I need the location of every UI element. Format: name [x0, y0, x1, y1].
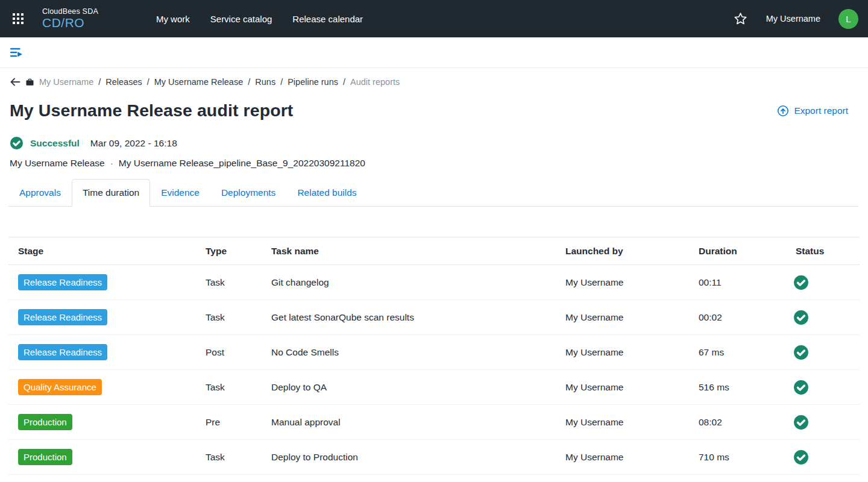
launched-by: My Username [556, 277, 689, 288]
task-name: Deploy to Production [262, 452, 556, 463]
task-name: Git changelog [262, 277, 556, 288]
star-icon[interactable] [733, 11, 748, 27]
export-icon [777, 105, 789, 117]
status-success-icon [786, 345, 860, 360]
table-row: Release Readiness Task Get latest SonarQ… [8, 300, 860, 335]
status-success-icon [786, 310, 860, 325]
breadcrumb-separator: / [147, 77, 149, 87]
run-status-line: Successful Mar 09, 2022 - 16:18 [10, 136, 858, 150]
table-header-row: Stage Type Task name Launched by Duratio… [8, 237, 860, 265]
task-name: No Code Smells [262, 347, 556, 358]
apps-grid-icon[interactable] [10, 10, 27, 27]
nav-item-service-catalog[interactable]: Service catalog [210, 14, 272, 24]
launched-by: My Username [556, 312, 689, 323]
col-header-launched-by: Launched by [556, 246, 689, 257]
status-success-icon [786, 380, 860, 395]
task-type: Task [196, 452, 262, 463]
task-name: Manual approval [262, 417, 556, 428]
task-type: Task [196, 277, 262, 288]
tab-approvals[interactable]: Approvals [8, 180, 72, 206]
brand-name: CD/RO [42, 16, 98, 30]
briefcase-icon [25, 78, 34, 87]
navbar-username[interactable]: My Username [766, 14, 820, 23]
primary-nav: My work Service catalog Release calendar [156, 14, 363, 24]
stage-badge: Release Readiness [18, 344, 107, 361]
status-success-icon [786, 449, 860, 465]
breadcrumb-item-releases[interactable]: Releases [105, 77, 142, 87]
top-navbar: CloudBees SDA CD/RO My work Service cata… [0, 0, 868, 37]
run-subtitle: My Username Release · My Username Releas… [10, 158, 858, 169]
pipeline-run-name: My Username Release_pipeline_Base_9_2022… [119, 158, 365, 169]
breadcrumb-separator: / [248, 77, 250, 87]
tab-time-duration[interactable]: Time duration [72, 179, 150, 207]
stage-badge: Production [18, 449, 72, 466]
duration: 08:02 [689, 417, 786, 428]
col-header-task-name: Task name [262, 246, 556, 257]
duration: 00:02 [689, 312, 786, 323]
page-title: My Username Release audit report [10, 101, 293, 120]
col-header-stage: Stage [8, 246, 196, 257]
task-name: Get latest SonarQube scan results [262, 312, 556, 323]
launched-by: My Username [556, 382, 689, 393]
sidebar-expand-icon[interactable] [10, 46, 24, 58]
task-name: Deploy to QA [262, 382, 556, 393]
tab-related-builds[interactable]: Related builds [286, 180, 367, 206]
back-arrow-icon[interactable] [10, 77, 20, 87]
task-type: Task [196, 382, 262, 393]
stage-badge: Production [18, 414, 72, 431]
status-badge: Successful [30, 138, 80, 149]
col-header-type: Type [196, 246, 262, 257]
breadcrumb-separator: / [98, 77, 101, 87]
tab-deployments[interactable]: Deployments [210, 180, 286, 206]
breadcrumb-separator: / [343, 77, 345, 87]
duration: 710 ms [689, 452, 786, 463]
launched-by: My Username [556, 347, 689, 358]
brand-logo[interactable]: CloudBees SDA CD/RO [42, 8, 98, 29]
launched-by: My Username [556, 417, 689, 428]
report-tabs: Approvals Time duration Evidence Deploym… [8, 179, 858, 207]
stage-badge: Quality Assurance [18, 379, 102, 396]
breadcrumb-item-runs[interactable]: Runs [255, 77, 275, 87]
avatar[interactable]: L [838, 9, 858, 29]
time-duration-table: Stage Type Task name Launched by Duratio… [8, 237, 860, 475]
tab-evidence[interactable]: Evidence [150, 180, 210, 206]
navbar-right: My Username L [733, 9, 858, 29]
status-success-icon [786, 415, 860, 430]
table-row: Production Pre Manual approval My Userna… [8, 405, 860, 440]
breadcrumb-item-release[interactable]: My Username Release [154, 77, 243, 87]
breadcrumb-item-audit-reports[interactable]: Audit reports [350, 77, 400, 87]
release-name: My Username Release [10, 158, 105, 169]
stage-badge: Release Readiness [18, 274, 107, 291]
secondary-toolbar [0, 37, 868, 68]
run-datetime: Mar 09, 2022 - 16:18 [90, 138, 177, 149]
nav-item-release-calendar[interactable]: Release calendar [292, 14, 363, 24]
task-type: Post [196, 347, 262, 358]
status-success-icon [786, 275, 860, 290]
export-report-button[interactable]: Export report [777, 105, 848, 117]
duration: 00:11 [689, 277, 786, 288]
duration: 67 ms [689, 347, 786, 358]
breadcrumb: My Username / Releases / My Username Rel… [0, 68, 868, 93]
col-header-duration: Duration [689, 246, 786, 257]
export-report-label: Export report [794, 105, 848, 116]
col-header-status: Status [786, 246, 860, 257]
stage-badge: Release Readiness [18, 309, 107, 326]
table-row: Quality Assurance Task Deploy to QA My U… [8, 370, 860, 405]
page-header: My Username Release audit report Export … [0, 93, 868, 120]
table-row: Production Task Deploy to Production My … [8, 440, 860, 475]
duration: 516 ms [689, 382, 786, 393]
breadcrumb-item-project[interactable]: My Username [39, 77, 93, 87]
nav-item-my-work[interactable]: My work [156, 14, 190, 24]
breadcrumb-separator: / [280, 77, 283, 87]
product-name: CloudBees SDA [42, 8, 98, 16]
subtitle-separator: · [110, 158, 113, 169]
table-row: Release Readiness Task Git changelog My … [8, 265, 860, 300]
table-row: Release Readiness Post No Code Smells My… [8, 335, 860, 370]
task-type: Task [196, 312, 262, 323]
breadcrumb-item-pipeline-runs[interactable]: Pipeline runs [288, 77, 338, 87]
launched-by: My Username [556, 452, 689, 463]
task-type: Pre [196, 417, 262, 428]
success-check-icon [10, 136, 24, 150]
